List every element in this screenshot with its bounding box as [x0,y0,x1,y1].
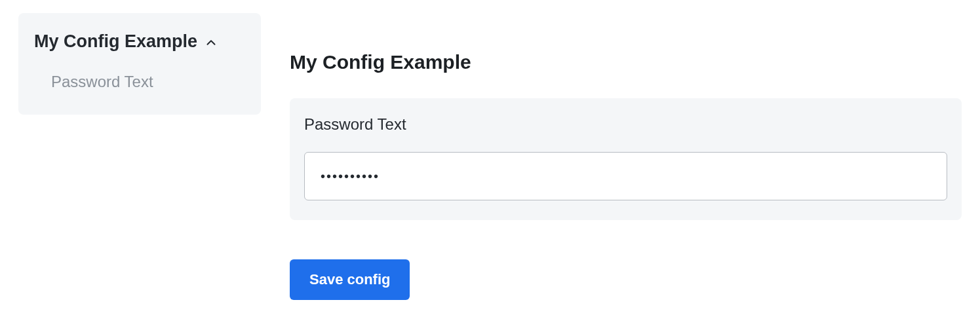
sidebar-title: My Config Example [34,31,197,52]
main-content: My Config Example Password Text Save con… [290,13,962,300]
sidebar: My Config Example Password Text [18,13,261,115]
password-label: Password Text [304,115,947,134]
sidebar-item-label: Password Text [51,73,153,90]
sidebar-header[interactable]: My Config Example [18,31,261,67]
password-input[interactable] [304,152,947,200]
sidebar-item-password-text[interactable]: Password Text [18,67,261,96]
config-panel: Password Text [290,98,962,220]
chevron-up-icon [204,35,218,50]
save-config-button[interactable]: Save config [290,259,410,300]
page-title: My Config Example [290,51,962,73]
